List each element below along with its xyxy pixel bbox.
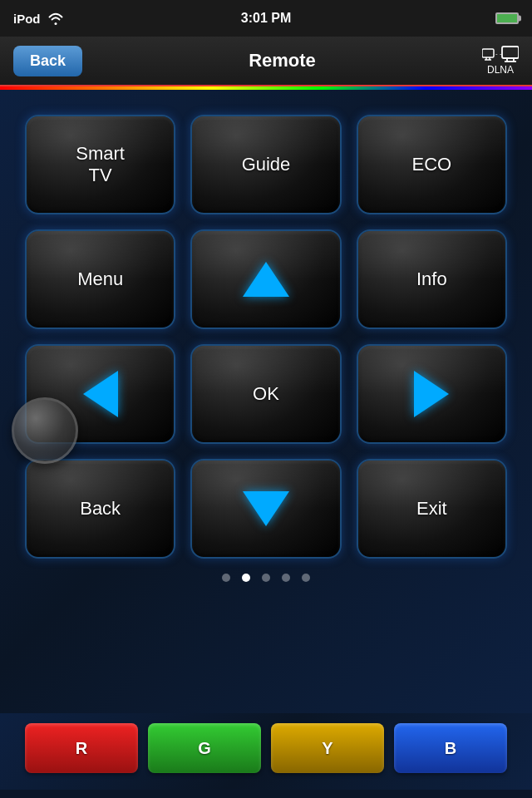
exit-label: Exit: [416, 498, 447, 520]
dlna-button[interactable]: - - DLNA: [482, 46, 519, 76]
red-button[interactable]: R: [25, 723, 138, 773]
guide-label: Guide: [242, 154, 291, 175]
down-button[interactable]: [190, 459, 341, 559]
status-left: iPod: [13, 12, 64, 26]
color-button-row: R G Y B: [0, 713, 532, 790]
status-right: [495, 12, 519, 24]
ok-label: OK: [253, 383, 279, 405]
dot-0: [222, 574, 230, 582]
arrow-up-icon: [243, 262, 289, 297]
eco-label: ECO: [411, 154, 451, 175]
button-row-3: OK: [25, 344, 507, 444]
dot-2: [262, 574, 270, 582]
info-button[interactable]: Info: [357, 229, 507, 329]
guide-button[interactable]: Guide: [190, 115, 341, 214]
svg-rect-5: [502, 47, 519, 58]
red-label: R: [76, 739, 87, 757]
yellow-button[interactable]: Y: [271, 723, 384, 773]
nav-bar: Back Remote - - DLNA: [0, 37, 532, 86]
device-label: iPod: [13, 12, 41, 26]
smart-tv-label: SmartTV: [76, 143, 125, 187]
info-label: Info: [416, 268, 447, 290]
dot-3: [282, 574, 290, 582]
blue-label: B: [445, 739, 456, 757]
up-button[interactable]: [190, 229, 341, 329]
remote-area: SmartTV Guide ECO Menu Info OK: [0, 90, 532, 713]
ok-button[interactable]: OK: [190, 344, 341, 444]
arrow-right-icon: [414, 371, 449, 417]
svg-rect-0: [482, 49, 494, 57]
blue-button[interactable]: B: [394, 723, 507, 773]
exit-button[interactable]: Exit: [357, 459, 507, 559]
dot-4: [302, 574, 310, 582]
green-button[interactable]: G: [148, 723, 261, 773]
arrow-left-icon: [83, 371, 118, 417]
button-row-2: Menu Info: [25, 229, 507, 329]
arrow-down-icon: [243, 491, 289, 526]
button-row-1: SmartTV Guide ECO: [25, 115, 507, 214]
eco-button[interactable]: ECO: [357, 115, 507, 214]
back-remote-label: Back: [80, 498, 121, 520]
svg-text:- -: - -: [495, 50, 502, 57]
status-bar: iPod 3:01 PM: [0, 0, 532, 37]
status-time: 3:01 PM: [241, 11, 291, 26]
nav-title: Remote: [249, 50, 316, 71]
battery-icon: [495, 12, 519, 24]
page-dots: [25, 574, 507, 582]
joystick[interactable]: [12, 397, 78, 464]
green-label: G: [198, 739, 211, 757]
menu-button[interactable]: Menu: [25, 229, 175, 329]
smart-tv-button[interactable]: SmartTV: [25, 115, 175, 214]
back-button[interactable]: Back: [13, 46, 82, 76]
dlna-label: DLNA: [487, 64, 514, 76]
button-row-4: Back Exit: [25, 459, 507, 559]
wifi-icon: [47, 12, 64, 25]
dot-1: [242, 574, 250, 582]
back-remote-button[interactable]: Back: [25, 459, 175, 559]
menu-label: Menu: [77, 268, 123, 290]
right-button[interactable]: [357, 344, 507, 444]
yellow-label: Y: [322, 739, 332, 757]
